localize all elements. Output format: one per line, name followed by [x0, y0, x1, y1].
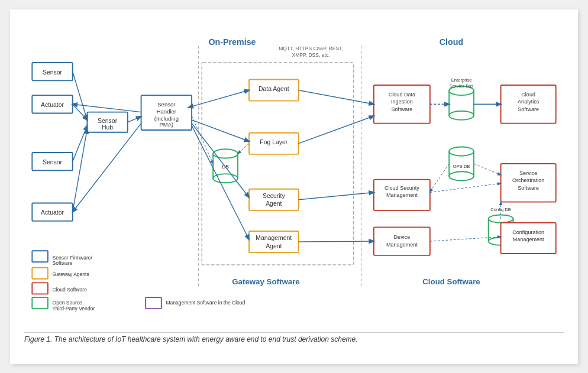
- actuator1-label: Actuator: [41, 102, 64, 108]
- svg-text:Agent: Agent: [266, 200, 282, 207]
- svg-rect-88: [32, 251, 48, 262]
- svg-line-39: [192, 123, 249, 197]
- svg-rect-95: [32, 297, 48, 309]
- actuator2-label: Actuator: [41, 209, 64, 216]
- on-premise-label: On-Premise: [209, 37, 256, 46]
- cloud-label: Cloud: [440, 37, 463, 46]
- svg-text:Ingestion: Ingestion: [391, 99, 413, 105]
- svg-line-82: [474, 164, 501, 175]
- main-page: On-Premise Cloud MQTT, HTTPS CaAP, REST,…: [10, 9, 578, 364]
- gateway-software-label: Gateway Software: [232, 277, 300, 286]
- svg-text:PMA): PMA): [159, 121, 173, 128]
- svg-text:Configuration: Configuration: [512, 229, 544, 235]
- svg-text:Software: Software: [53, 260, 73, 266]
- svg-text:Cloud: Cloud: [521, 92, 535, 98]
- svg-text:(Including: (Including: [154, 115, 179, 121]
- svg-text:Cloud Data: Cloud Data: [389, 92, 416, 98]
- svg-text:Third-Party Vendor: Third-Party Vendor: [53, 305, 95, 311]
- svg-text:Open Source: Open Source: [53, 300, 83, 306]
- svg-point-34: [213, 149, 238, 158]
- svg-line-85: [299, 241, 374, 242]
- svg-text:Analytics: Analytics: [518, 99, 539, 105]
- svg-text:Management: Management: [386, 241, 418, 247]
- svg-line-77: [299, 90, 374, 104]
- svg-text:Management: Management: [513, 236, 544, 242]
- svg-text:Agent: Agent: [266, 242, 282, 249]
- svg-text:Handler: Handler: [157, 108, 176, 115]
- caption-text: Figure 1. The architecture of IoT health…: [24, 335, 358, 343]
- svg-text:MQTT, HTTPS CaAP, REST,: MQTT, HTTPS CaAP, REST,: [279, 46, 343, 51]
- diagram-area: On-Premise Cloud MQTT, HTTPS CaAP, REST,…: [24, 21, 564, 329]
- svg-text:Security: Security: [263, 192, 285, 199]
- svg-text:Fog Layer: Fog Layer: [260, 138, 288, 145]
- svg-point-49: [449, 111, 474, 119]
- svg-text:Software: Software: [392, 106, 413, 112]
- svg-line-19: [128, 116, 141, 122]
- svg-point-57: [449, 147, 474, 155]
- svg-text:Data Agent: Data Agent: [259, 85, 289, 92]
- svg-line-42: [238, 143, 249, 153]
- svg-text:Management: Management: [386, 192, 418, 198]
- svg-text:Management Software in the Clo: Management Software in the Cloud: [166, 300, 245, 306]
- svg-rect-98: [146, 297, 161, 309]
- svg-text:Enterprise: Enterprise: [451, 77, 472, 83]
- svg-rect-93: [32, 283, 48, 294]
- sensor2-label: Sensor: [43, 158, 63, 165]
- figure-caption: Figure 1. The architecture of IoT health…: [24, 332, 564, 343]
- svg-line-37: [192, 90, 249, 106]
- svg-line-40: [192, 125, 249, 239]
- svg-text:Cloud Software: Cloud Software: [53, 286, 88, 292]
- svg-rect-91: [32, 267, 48, 278]
- svg-text:OPS DB: OPS DB: [453, 163, 470, 168]
- svg-text:Gateway Agents: Gateway Agents: [53, 271, 89, 277]
- sensor1-label: Sensor: [43, 69, 63, 75]
- svg-text:Device: Device: [394, 234, 411, 240]
- svg-line-38: [192, 119, 249, 141]
- svg-text:Management: Management: [256, 235, 292, 241]
- cloud-software-label: Cloud Software: [422, 277, 480, 286]
- svg-line-41: [192, 116, 213, 164]
- svg-line-20: [73, 104, 141, 112]
- svg-text:Sensor: Sensor: [157, 101, 175, 108]
- svg-text:Software: Software: [518, 184, 539, 190]
- svg-text:Software: Software: [518, 106, 539, 112]
- svg-text:Cloud Security: Cloud Security: [385, 184, 419, 190]
- svg-line-78: [299, 116, 374, 144]
- svg-text:Sensor Firmware/: Sensor Firmware/: [53, 254, 93, 260]
- svg-point-58: [449, 171, 474, 180]
- svg-text:Service: Service: [519, 170, 537, 176]
- sensor-hub-label: Hub: [102, 124, 113, 131]
- svg-line-84: [430, 183, 501, 192]
- svg-line-83: [299, 192, 374, 199]
- svg-text:Sensor: Sensor: [98, 117, 118, 124]
- svg-line-81: [430, 164, 449, 192]
- svg-text:XMPP, DSS, etc.: XMPP, DSS, etc.: [292, 51, 330, 57]
- svg-text:Service Bus: Service Bus: [450, 83, 474, 88]
- svg-line-13: [73, 129, 88, 212]
- svg-text:Orchestration: Orchestration: [512, 177, 544, 183]
